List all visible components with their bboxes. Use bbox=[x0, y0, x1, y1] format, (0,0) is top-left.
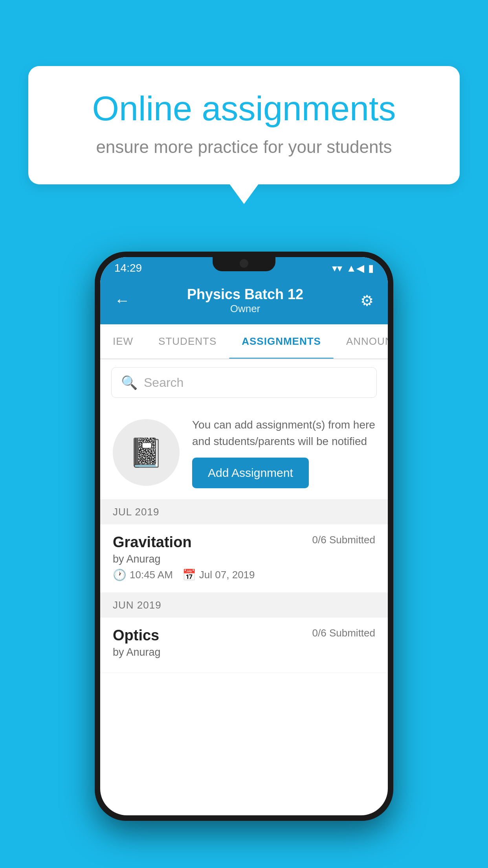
header-title: Physics Batch 12 bbox=[187, 286, 303, 303]
tabs-bar: IEW STUDENTS ASSIGNMENTS ANNOUNCEM bbox=[100, 324, 388, 359]
speech-bubble: Online assignments ensure more practice … bbox=[28, 66, 460, 184]
assignment-top: Gravitation 0/6 Submitted bbox=[113, 534, 375, 551]
assignment-icon-circle: 📓 bbox=[113, 419, 180, 486]
search-box[interactable]: 🔍 Search bbox=[111, 367, 377, 398]
assignment-author-optics: by Anurag bbox=[113, 646, 375, 658]
assignment-author-gravitation: by Anurag bbox=[113, 553, 375, 565]
assignment-submitted-gravitation: 0/6 Submitted bbox=[312, 534, 375, 546]
assignment-top-optics: Optics 0/6 Submitted bbox=[113, 627, 375, 644]
phone-notch bbox=[213, 257, 275, 271]
assignment-title-optics: Optics bbox=[113, 627, 159, 644]
assignment-date-gravitation: 📅 Jul 07, 2019 bbox=[182, 568, 255, 581]
assignment-submitted-optics: 0/6 Submitted bbox=[312, 627, 375, 639]
tab-iew[interactable]: IEW bbox=[100, 324, 146, 359]
speech-bubble-subtitle: ensure more practice for your students bbox=[60, 137, 428, 157]
assignment-meta-gravitation: 🕐 10:45 AM 📅 Jul 07, 2019 bbox=[113, 568, 375, 581]
section-label-jun: JUN 2019 bbox=[113, 599, 161, 611]
phone-screen: 14:29 ▾▾ ▲◀ ▮ ← Physics Batch 12 Owner ⚙… bbox=[100, 257, 388, 815]
section-header-jul: JUL 2019 bbox=[100, 500, 388, 524]
settings-button[interactable]: ⚙ bbox=[360, 292, 374, 309]
info-description: You can add assignment(s) from here and … bbox=[192, 417, 375, 450]
tab-announcements[interactable]: ANNOUNCEM bbox=[334, 324, 388, 359]
clock-icon: 🕐 bbox=[113, 568, 127, 581]
assignment-time-gravitation: 🕐 10:45 AM bbox=[113, 568, 173, 581]
assignment-title-gravitation: Gravitation bbox=[113, 534, 192, 551]
phone-wrapper: 14:29 ▾▾ ▲◀ ▮ ← Physics Batch 12 Owner ⚙… bbox=[95, 252, 393, 821]
tab-students[interactable]: STUDENTS bbox=[146, 324, 229, 359]
assignment-item-gravitation[interactable]: Gravitation 0/6 Submitted by Anurag 🕐 10… bbox=[100, 524, 388, 593]
battery-icon: ▮ bbox=[368, 262, 374, 274]
signal-icon: ▲◀ bbox=[346, 262, 364, 274]
section-label-jul: JUL 2019 bbox=[113, 506, 159, 518]
wifi-icon: ▾▾ bbox=[332, 262, 342, 274]
date-value: Jul 07, 2019 bbox=[199, 569, 255, 581]
speech-bubble-container: Online assignments ensure more practice … bbox=[28, 66, 460, 184]
search-container: 🔍 Search bbox=[100, 359, 388, 406]
info-card: 📓 You can add assignment(s) from here an… bbox=[100, 406, 388, 500]
time-value: 10:45 AM bbox=[130, 569, 173, 581]
notebook-icon: 📓 bbox=[128, 436, 164, 469]
app-header: ← Physics Batch 12 Owner ⚙ bbox=[100, 279, 388, 324]
assignment-item-optics[interactable]: Optics 0/6 Submitted by Anurag bbox=[100, 618, 388, 673]
header-subtitle: Owner bbox=[187, 303, 303, 315]
header-title-area: Physics Batch 12 Owner bbox=[187, 286, 303, 315]
search-placeholder: Search bbox=[144, 375, 183, 390]
phone-outer: 14:29 ▾▾ ▲◀ ▮ ← Physics Batch 12 Owner ⚙… bbox=[95, 252, 393, 821]
info-text-area: You can add assignment(s) from here and … bbox=[192, 417, 375, 488]
back-button[interactable]: ← bbox=[114, 292, 130, 309]
speech-bubble-title: Online assignments bbox=[60, 90, 428, 128]
status-icons: ▾▾ ▲◀ ▮ bbox=[332, 262, 374, 274]
phone-camera bbox=[240, 259, 248, 268]
section-header-jun: JUN 2019 bbox=[100, 593, 388, 618]
calendar-icon: 📅 bbox=[182, 568, 196, 581]
add-assignment-button[interactable]: Add Assignment bbox=[192, 458, 309, 488]
status-time: 14:29 bbox=[114, 262, 142, 274]
tab-assignments[interactable]: ASSIGNMENTS bbox=[229, 324, 334, 359]
search-icon: 🔍 bbox=[121, 375, 138, 390]
